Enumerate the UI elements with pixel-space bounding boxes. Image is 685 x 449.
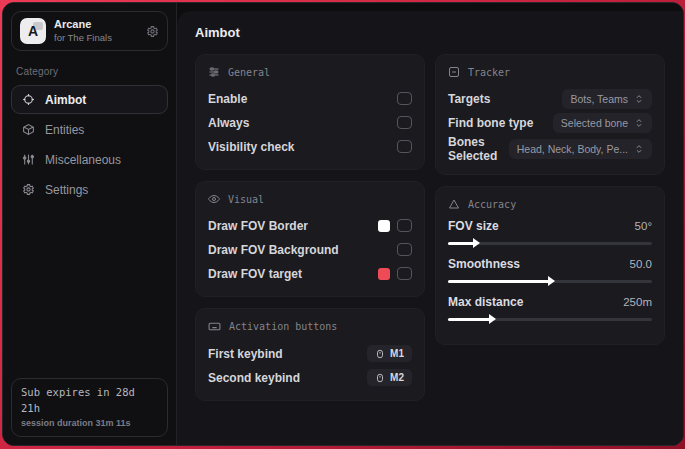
fov-border-checkbox[interactable] [397, 219, 412, 232]
setting-row-always: Always [208, 111, 412, 134]
card-title: Accuracy [468, 199, 516, 210]
mouse-icon [375, 373, 385, 383]
chevrons-up-down-icon [634, 118, 644, 128]
square-minus-icon [448, 66, 460, 78]
fov-target-checkbox[interactable] [397, 267, 412, 280]
slider-fill [448, 318, 491, 321]
card-title: Visual [228, 194, 264, 205]
setting-label: Second keybind [208, 371, 300, 385]
setting-row-enable: Enable [208, 87, 412, 110]
slider-fill [448, 242, 475, 245]
setting-label: Draw FOV Background [208, 243, 339, 257]
slider-thumb[interactable] [489, 314, 496, 324]
left-column: General Enable Always [195, 54, 425, 401]
max-distance-slider[interactable] [448, 318, 652, 321]
setting-row-fov-target: Draw FOV target [208, 262, 412, 285]
smoothness-value: 50.0 [630, 258, 652, 270]
targets-dropdown[interactable]: Bots, Teams [562, 89, 652, 109]
setting-row-first-keybind: First keybind M1 [208, 342, 412, 365]
sidebar-item-settings[interactable]: Settings [11, 175, 168, 204]
gear-icon[interactable] [146, 25, 159, 38]
enable-checkbox[interactable] [397, 92, 412, 105]
setting-label: FOV size [448, 219, 499, 233]
mouse-icon [375, 349, 385, 359]
max-distance-value: 250m [623, 296, 652, 308]
slider-thumb[interactable] [473, 238, 480, 248]
content-panel: Aimbot Ge [177, 11, 683, 445]
general-card: General Enable Always [195, 54, 425, 170]
card-title: Tracker [468, 67, 510, 78]
setting-row-smoothness: Smoothness 50.0 [448, 257, 652, 283]
smoothness-slider[interactable] [448, 280, 652, 283]
fov-size-value: 50° [635, 220, 652, 232]
right-column: Tracker Targets Bots, Teams [435, 54, 665, 401]
fov-target-color-swatch[interactable] [378, 268, 390, 280]
fov-background-checkbox[interactable] [397, 243, 412, 256]
app-window: A Arcane for The Finals Category [2, 2, 684, 446]
setting-label: Enable [208, 92, 247, 106]
first-keybind-button[interactable]: M1 [367, 345, 412, 362]
main-area: Aimbot Ge [177, 3, 683, 445]
dropdown-value: Head, Neck, Body, Pe... [517, 143, 628, 155]
app-logo: A [20, 18, 46, 44]
slider-fill [448, 280, 550, 283]
sidebar: A Arcane for The Finals Category [3, 3, 177, 445]
setting-label: Visibility check [208, 140, 295, 154]
chevrons-up-down-icon [634, 94, 644, 104]
setting-label: Always [208, 116, 249, 130]
cube-icon [22, 123, 35, 136]
sidebar-item-label: Settings [45, 183, 88, 197]
keybind-value: M2 [390, 372, 404, 383]
dropdown-value: Selected bone [561, 117, 628, 129]
keybind-value: M1 [390, 348, 404, 359]
category-label: Category [16, 66, 163, 77]
sliders-horizontal-icon [208, 66, 220, 78]
find-bone-type-dropdown[interactable]: Selected bone [553, 113, 652, 133]
sliders-icon [22, 153, 35, 166]
sidebar-item-label: Entities [45, 123, 84, 137]
setting-label: Draw FOV Border [208, 219, 308, 233]
sub-expiry-text: Sub expires in 28d 21h [21, 385, 158, 417]
setting-label: First keybind [208, 347, 283, 361]
setting-row-find-bone-type: Find bone type Selected bone [448, 111, 652, 134]
setting-row-fov-size: FOV size 50° [448, 219, 652, 245]
triangle-icon [448, 198, 460, 210]
fov-border-color-swatch[interactable] [378, 220, 390, 232]
tracker-card: Tracker Targets Bots, Teams [435, 54, 665, 175]
chevrons-up-down-icon [634, 144, 644, 154]
visual-card: Visual Draw FOV Border Draw FOV Backgrou… [195, 181, 425, 297]
gear-icon [22, 183, 35, 196]
visibility-check-checkbox[interactable] [397, 140, 412, 153]
subscription-info: Sub expires in 28d 21h session duration … [11, 378, 168, 437]
eye-icon [208, 193, 220, 205]
sidebar-item-label: Miscellaneous [45, 153, 121, 167]
slider-thumb[interactable] [548, 276, 555, 286]
fov-size-slider[interactable] [448, 242, 652, 245]
setting-row-second-keybind: Second keybind M2 [208, 366, 412, 389]
sidebar-item-miscellaneous[interactable]: Miscellaneous [11, 145, 168, 174]
bones-selected-dropdown[interactable]: Head, Neck, Body, Pe... [509, 139, 652, 159]
card-title: General [228, 67, 270, 78]
setting-row-targets: Targets Bots, Teams [448, 87, 652, 110]
page-title: Aimbot [195, 25, 665, 40]
sidebar-item-aimbot[interactable]: Aimbot [11, 85, 168, 114]
setting-label: Find bone type [448, 116, 533, 130]
dropdown-value: Bots, Teams [570, 93, 628, 105]
app-title: Arcane [54, 18, 112, 32]
second-keybind-button[interactable]: M2 [367, 369, 412, 386]
setting-row-visibility-check: Visibility check [208, 135, 412, 158]
always-checkbox[interactable] [397, 116, 412, 129]
brand-text: Arcane for The Finals [54, 18, 112, 44]
setting-row-bones-selected: Bones Selected Head, Neck, Body, Pe... [448, 135, 652, 163]
setting-label: Max distance [448, 295, 523, 309]
setting-row-max-distance: Max distance 250m [448, 295, 652, 321]
card-title: Activation buttons [229, 321, 337, 332]
setting-row-fov-border: Draw FOV Border [208, 214, 412, 237]
sidebar-item-label: Aimbot [45, 93, 86, 107]
setting-label: Bones Selected [448, 135, 509, 163]
activation-buttons-card: Activation buttons First keybind [195, 308, 425, 401]
sidebar-item-entities[interactable]: Entities [11, 115, 168, 144]
logo-letter: A [28, 23, 38, 39]
crosshair-icon [22, 93, 35, 106]
brand-card: A Arcane for The Finals [11, 11, 168, 51]
